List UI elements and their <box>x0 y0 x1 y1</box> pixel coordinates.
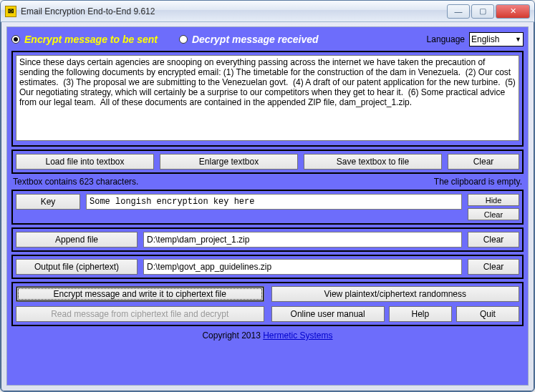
window-controls: — ▢ ✕ <box>445 4 530 19</box>
append-file-panel: Append file D:\temp\dam_project_1.zip Cl… <box>11 227 524 252</box>
key-input[interactable]: Some longish encryption key here <box>86 194 462 210</box>
language-value: English <box>471 34 499 44</box>
online-manual-button[interactable]: Online user manual <box>271 306 385 322</box>
minimize-button[interactable]: — <box>447 4 470 19</box>
output-file-panel: Output file (ciphertext) D:\temp\govt_ap… <box>11 255 524 279</box>
language-area: Language English ▼ <box>427 32 524 46</box>
clear-append-button[interactable]: Clear <box>468 232 519 248</box>
hermetic-link[interactable]: Hermetic Systems <box>263 330 332 340</box>
status-row: Textbox contains 623 characters. The cli… <box>13 177 522 187</box>
radio-dot-icon <box>179 35 188 44</box>
append-file-path[interactable]: D:\temp\dam_project_1.zip <box>143 232 462 248</box>
append-file-button[interactable]: Append file <box>16 232 138 248</box>
textbox-buttons-panel: Load file into textbox Enlarge textbox S… <box>11 150 524 174</box>
decrypt-mode-label: Decrypt message received <box>192 34 319 45</box>
load-file-button[interactable]: Load file into textbox <box>16 154 154 170</box>
window-title: Email Encryption End-to-End 9.612 <box>21 6 445 16</box>
language-label: Language <box>427 34 465 44</box>
message-textbox[interactable] <box>16 55 519 141</box>
encrypt-mode-label: Encrypt message to be sent <box>24 34 158 45</box>
chevron-down-icon: ▼ <box>515 36 521 43</box>
clear-textbox-button[interactable]: Clear <box>448 154 519 170</box>
client-area: Encrypt message to be sent Decrypt messa… <box>6 26 529 386</box>
character-count-label: Textbox contains 623 characters. <box>13 177 138 187</box>
key-panel: Key Some longish encryption key here Hid… <box>11 190 524 225</box>
mode-row: Encrypt message to be sent Decrypt messa… <box>11 31 524 48</box>
radio-dot-icon <box>11 35 20 44</box>
clipboard-status-label: The clipboard is empty. <box>434 177 522 187</box>
view-randomness-button[interactable]: View plaintext/ciphertext randomness <box>271 286 520 302</box>
encrypt-button[interactable]: Encrypt message and write it to cipherte… <box>16 286 264 302</box>
message-panel <box>11 51 524 147</box>
close-button[interactable]: ✕ <box>496 4 530 19</box>
help-button[interactable]: Help <box>389 306 452 322</box>
actions-panel: Encrypt message and write it to cipherte… <box>11 282 524 326</box>
decrypt-mode-radio[interactable]: Decrypt message received <box>179 34 319 45</box>
key-button[interactable]: Key <box>16 194 80 210</box>
footer: Copyright 2013 Hermetic Systems <box>11 330 524 340</box>
app-icon: ✉ <box>5 6 16 17</box>
app-window: ✉ Email Encryption End-to-End 9.612 — ▢ … <box>0 0 535 392</box>
enlarge-textbox-button[interactable]: Enlarge textbox <box>160 154 298 170</box>
decrypt-button: Read message from ciphertext file and de… <box>16 306 264 322</box>
copyright-text: Copyright 2013 <box>202 330 263 340</box>
quit-button[interactable]: Quit <box>456 306 519 322</box>
hide-key-button[interactable]: Hide <box>468 194 519 206</box>
output-file-path[interactable]: D:\temp\govt_app_guidelines.zip <box>143 259 462 275</box>
output-file-button[interactable]: Output file (ciphertext) <box>16 259 138 275</box>
language-select[interactable]: English ▼ <box>469 32 524 46</box>
title-bar: ✉ Email Encryption End-to-End 9.612 — ▢ … <box>1 1 534 22</box>
clear-key-button[interactable]: Clear <box>468 208 519 220</box>
save-textbox-button[interactable]: Save textbox to file <box>304 154 442 170</box>
maximize-button[interactable]: ▢ <box>471 4 494 19</box>
clear-output-button[interactable]: Clear <box>468 259 519 275</box>
encrypt-mode-radio[interactable]: Encrypt message to be sent <box>11 34 158 45</box>
